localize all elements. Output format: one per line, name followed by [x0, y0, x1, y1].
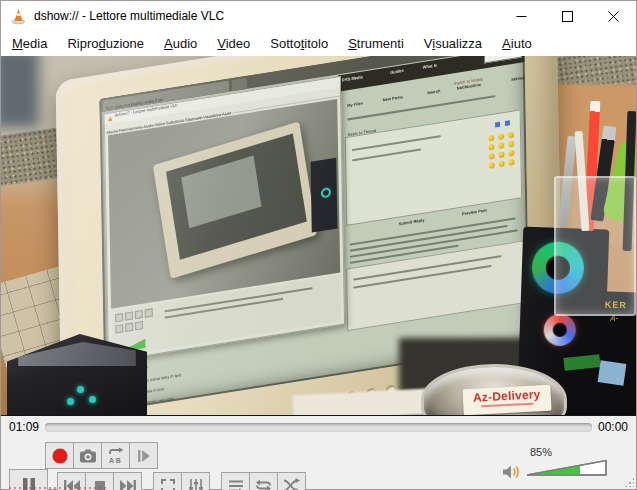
recursive-content [181, 156, 261, 229]
volume-slider[interactable] [526, 458, 608, 476]
remaining-time: 00:00 [592, 420, 636, 434]
menu-audio[interactable]: Audio [154, 33, 207, 54]
menu-visualizza[interactable]: Visualizza [414, 33, 492, 54]
menu-strumenti[interactable]: Strumenti [338, 33, 414, 54]
inner-vlc-button [125, 323, 133, 332]
inner-vlc-cone-icon [108, 116, 113, 122]
record-icon [51, 447, 69, 465]
minimize-button[interactable] [498, 1, 544, 31]
fullscreen-icon [160, 478, 176, 490]
az-delivery-sticker: Az-Delivery [462, 385, 551, 415]
next-button[interactable] [113, 472, 142, 490]
vlc-cone-icon [10, 8, 27, 25]
vlc-window: dshow:// - Lettore multimediale VLC Medi… [0, 0, 637, 490]
recursive-monitor [153, 121, 317, 279]
menu-aiuto[interactable]: Aiuto [492, 33, 542, 54]
volume-percent: 85% [530, 446, 552, 458]
inner-vlc-button [135, 310, 143, 319]
inner-vlc-button [125, 311, 133, 320]
browser-tab-2 [232, 78, 247, 91]
record-button[interactable] [45, 442, 74, 469]
frame-by-frame-button[interactable] [129, 442, 158, 469]
inner-vlc-button [115, 313, 123, 322]
recursive-screen [166, 133, 307, 259]
inner-vlc-window: dshow:// - Lettore multimediale VLC Medi… [104, 76, 345, 362]
playlist-button[interactable] [221, 472, 250, 490]
menu-riproduzione[interactable]: Riproduzione [57, 33, 154, 54]
speaker-icon[interactable] [502, 464, 522, 480]
teal-led [77, 386, 84, 393]
teal-led [89, 396, 96, 403]
inner-vlc-video [108, 99, 340, 309]
snapshot-button[interactable] [73, 442, 102, 469]
menu-sottotitolo[interactable]: Sottotitolo [260, 33, 338, 54]
elapsed-time: 01:09 [1, 420, 45, 434]
title-bar[interactable]: dshow:// - Lettore multimediale VLC [1, 1, 636, 31]
close-button[interactable] [590, 1, 636, 31]
inner-vlc-button [115, 324, 123, 333]
blue-object [598, 360, 627, 385]
fullscreen-button[interactable] [153, 472, 182, 490]
menu-video[interactable]: Video [207, 33, 260, 54]
next-icon [119, 479, 137, 490]
seek-slider[interactable] [45, 423, 592, 432]
extended-settings-button[interactable] [181, 472, 210, 490]
inner-vlc-button [145, 308, 153, 317]
menu-media[interactable]: Media [2, 33, 57, 54]
shuffle-button[interactable] [277, 472, 306, 490]
teal-led [67, 398, 74, 405]
menu-bar: Media Riproduzione Audio Video Sottotito… [1, 31, 636, 56]
equalizer-icon [188, 478, 204, 490]
window-title: dshow:// - Lettore multimediale VLC [34, 9, 224, 23]
acrylic-pen-holder [554, 176, 636, 316]
maximize-button[interactable] [544, 1, 590, 31]
forum-icon [495, 122, 500, 128]
red-dotted-artifact [9, 487, 107, 489]
video-display-area[interactable]: VLC does not display video from DVD Medi… [1, 56, 636, 415]
ab-loop-icon: A B [107, 447, 125, 465]
playlist-icon [228, 479, 244, 490]
inner-vlc-button [135, 321, 143, 330]
seek-row: 01:09 00:00 [1, 418, 636, 436]
forum-icon [505, 120, 510, 126]
svg-text:A B: A B [109, 457, 121, 464]
volume-control: 85% [496, 446, 626, 490]
control-toolbar: 01:09 00:00 A B [1, 415, 636, 489]
webcam-scene: VLC does not display video from DVD Medi… [1, 56, 636, 415]
loop-button[interactable] [249, 472, 278, 490]
smiley-grid [488, 131, 515, 169]
ab-loop-button[interactable]: A B [101, 442, 130, 469]
forum-search-box [484, 56, 522, 63]
rgb-led-ring-small [543, 313, 576, 346]
scene-dark-corner [1, 56, 39, 128]
caption-buttons [498, 1, 636, 31]
extended-buttons-row: A B [45, 442, 157, 469]
camera-icon [79, 449, 97, 463]
loop-icon [255, 478, 272, 490]
forum-text-line [352, 135, 441, 151]
shuffle-icon [283, 478, 300, 490]
frame-step-icon [136, 448, 152, 464]
forum-text-line [352, 148, 421, 161]
